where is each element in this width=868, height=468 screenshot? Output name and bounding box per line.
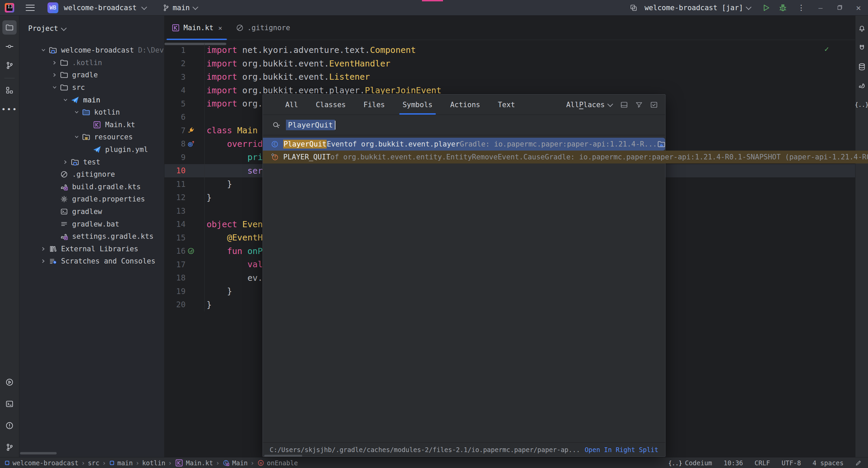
- filter-icon[interactable]: [634, 100, 644, 110]
- search-tab-actions[interactable]: Actions: [441, 95, 489, 115]
- places-filter[interactable]: All Places: [566, 101, 614, 109]
- close-button[interactable]: ✕: [849, 0, 868, 16]
- tree-item-main.kt[interactable]: Main.kt: [19, 119, 164, 131]
- folder-icon: [59, 83, 69, 92]
- tree-item-test[interactable]: test: [19, 156, 164, 168]
- tree-item-src[interactable]: src: [19, 81, 164, 94]
- open-in-right-split-link[interactable]: Open In Right Split: [585, 446, 658, 453]
- chevron-down-icon[interactable]: [72, 110, 81, 115]
- tree-item-welcome-broadcast[interactable]: welcome-broadcastD:\Dev\plu: [19, 44, 164, 57]
- branch-selector[interactable]: main: [162, 4, 199, 12]
- tree-item-label: kotlin: [94, 108, 120, 116]
- search-query-text[interactable]: PlayerQuit: [286, 120, 335, 130]
- project-avatar-chip[interactable]: WB: [47, 2, 58, 13]
- tree-item-external-libraries[interactable]: External Libraries: [19, 243, 164, 255]
- status-widget-codeium[interactable]: {..}Codeium: [668, 459, 712, 467]
- override-marker-icon[interactable]: [187, 140, 195, 148]
- minimize-button[interactable]: —: [811, 0, 830, 16]
- tab-main-kt[interactable]: Main.kt✕: [165, 16, 229, 40]
- tree-item-settings.gradle.kts[interactable]: settings.gradle.kts: [19, 230, 164, 243]
- tree-item-gradlew[interactable]: gradlew: [19, 206, 164, 218]
- status-widget-crlf[interactable]: CRLF: [755, 459, 770, 467]
- tree-item-main[interactable]: main: [19, 94, 164, 106]
- search-tab-files[interactable]: Files: [354, 95, 393, 115]
- chevron-right-icon[interactable]: [61, 159, 70, 165]
- close-icon[interactable]: ✕: [218, 24, 222, 32]
- plugin-plug-icon[interactable]: [187, 126, 195, 135]
- database-icon[interactable]: [856, 61, 868, 73]
- branch-icon: [162, 4, 170, 12]
- tree-item-plugin.yml[interactable]: plugin.yml: [19, 143, 164, 156]
- search-tab-text[interactable]: Text: [489, 95, 524, 115]
- project-tool-icon[interactable]: [2, 20, 17, 35]
- chevron-down-icon[interactable]: [61, 97, 70, 103]
- status-widget-utf-8[interactable]: UTF-8: [782, 459, 801, 467]
- search-tab-all[interactable]: All: [276, 95, 307, 115]
- chevron-right-icon[interactable]: [39, 258, 48, 264]
- tree-item-.gitignore[interactable]: .gitignore: [19, 168, 164, 181]
- search-field[interactable]: PlayerQuit: [263, 115, 665, 135]
- project-selector[interactable]: welcome-broadcast: [64, 4, 137, 12]
- more-tools-icon[interactable]: •••: [2, 102, 17, 116]
- run-tool-icon[interactable]: [2, 375, 17, 389]
- status-widget-write-access[interactable]: [855, 460, 862, 466]
- maximize-button[interactable]: [830, 0, 849, 16]
- status-widget-4-spaces[interactable]: 4 spaces: [812, 459, 844, 467]
- tree-item-kotlin[interactable]: kotlin: [19, 106, 164, 119]
- breadcrumb-item-src[interactable]: src: [88, 459, 99, 467]
- preview-icon[interactable]: [619, 100, 629, 110]
- chevron-down-icon[interactable]: [746, 4, 752, 10]
- run-button[interactable]: [759, 1, 773, 15]
- structure-tool-icon[interactable]: [2, 83, 17, 97]
- tab--gitignore[interactable]: .gitignore: [229, 16, 297, 40]
- tree-item-gradlew.bat[interactable]: gradlew.bat: [19, 218, 164, 230]
- popup-horizontal-scrollbar[interactable]: [264, 455, 302, 457]
- line-number: 15: [165, 233, 204, 242]
- main-menu-icon[interactable]: [26, 5, 35, 11]
- breadcrumb-item-main[interactable]: main: [109, 459, 133, 467]
- more-actions-button[interactable]: ⋮: [794, 1, 808, 15]
- search-tab-classes[interactable]: Classes: [307, 95, 355, 115]
- tree-item-gradle.properties[interactable]: gradle.properties: [19, 193, 164, 206]
- chevron-down-icon[interactable]: [50, 85, 59, 90]
- breadcrumb-item-onenable[interactable]: monEnable: [257, 459, 298, 467]
- find-window-icon[interactable]: [649, 100, 659, 110]
- search-tab-symbols[interactable]: Symbols: [394, 95, 442, 115]
- tree-item-label: gradle: [72, 71, 98, 79]
- run-config-selector[interactable]: welcome-broadcast [jar]: [644, 4, 743, 12]
- chevron-right-icon[interactable]: [50, 72, 59, 78]
- code-token: org.bukkit.event.player.: [237, 85, 365, 95]
- terminal-tool-icon[interactable]: [2, 397, 17, 411]
- version-control-tool-icon[interactable]: [2, 440, 17, 454]
- chevron-right-icon[interactable]: [39, 246, 48, 252]
- tree-item-scratches-and-consoles[interactable]: Scratches and Consoles: [19, 255, 164, 268]
- line-number: 10: [165, 166, 204, 175]
- gradle-icon[interactable]: [856, 80, 868, 92]
- problems-tool-icon[interactable]: [2, 418, 17, 433]
- chevron-down-icon[interactable]: [39, 47, 48, 53]
- status-widget-10-36[interactable]: 10:36: [724, 459, 743, 467]
- search-result-row[interactable]: fPLAYER_QUIT of org.bukkit.event.entity.…: [263, 151, 868, 163]
- breadcrumb-item-kotlin[interactable]: kotlin: [142, 459, 166, 467]
- tree-item-.kotlin[interactable]: .kotlin: [19, 57, 164, 69]
- breadcrumb-item-welcome-broadcast[interactable]: welcome-broadcast: [4, 459, 78, 467]
- chevron-down-icon[interactable]: [72, 134, 81, 140]
- commit-tool-icon[interactable]: [2, 39, 17, 54]
- notifications-bell-icon[interactable]: [856, 23, 868, 35]
- breadcrumb-item-main.kt[interactable]: Main.kt: [175, 459, 213, 467]
- debug-button[interactable]: [776, 1, 790, 15]
- pull-requests-tool-icon[interactable]: [2, 58, 17, 73]
- tree-item-resources[interactable]: resources: [19, 131, 164, 143]
- tree-item-build.gradle.kts[interactable]: build.gradle.kts: [19, 181, 164, 193]
- pen-icon: [855, 460, 862, 466]
- tree-item-gradle[interactable]: gradle: [19, 69, 164, 81]
- project-panel-header[interactable]: Project: [19, 16, 164, 41]
- event-listener-icon[interactable]: [187, 247, 195, 255]
- chevron-right-icon[interactable]: [50, 60, 59, 65]
- endpoints-braces-icon[interactable]: {..}: [856, 99, 868, 111]
- ai-assistant-icon[interactable]: [856, 42, 868, 54]
- chevron-down-icon[interactable]: [141, 4, 147, 10]
- breadcrumb-item-main[interactable]: CMain: [223, 459, 248, 467]
- search-result-row[interactable]: CPlayerQuitEvent of org.bukkit.event.pla…: [263, 138, 665, 151]
- project-horizontal-scrollbar[interactable]: [20, 452, 57, 454]
